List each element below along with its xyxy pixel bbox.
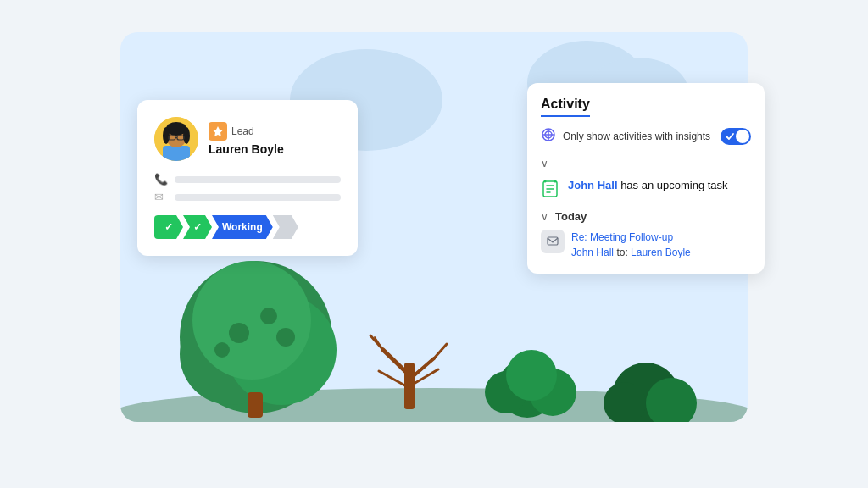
email-field-bar: [175, 194, 341, 201]
lead-info: Lead Lauren Boyle: [209, 122, 341, 156]
email-from-to: John Hall to: Lauren Boyle: [571, 245, 691, 260]
section-divider-1: ∨: [541, 158, 751, 169]
step-2: ✓: [183, 215, 212, 239]
task-activity-text: John Hall has an upcoming task: [568, 178, 728, 193]
avatar: [154, 117, 198, 161]
phone-field-bar: [175, 176, 341, 183]
email-to-label: to:: [616, 247, 631, 258]
main-scene: Lead Lauren Boyle 📞 ✉ ✓ ✓ Working Activi…: [86, 32, 782, 456]
email-type-icon: [541, 230, 565, 253]
svg-point-29: [163, 127, 170, 144]
lead-type-label: Lead: [231, 125, 254, 137]
lead-fields: 📞 ✉: [154, 173, 341, 203]
chevron-icon: ∨: [541, 158, 548, 169]
today-chevron-icon: ∨: [541, 211, 548, 223]
email-subject: Re: Meeting Follow-up: [571, 230, 691, 245]
step-4: [273, 215, 298, 239]
svg-rect-45: [548, 237, 558, 245]
lead-card-header: Lead Lauren Boyle: [154, 117, 341, 161]
task-description: has an upcoming task: [618, 179, 728, 191]
svg-point-21: [229, 323, 249, 343]
filter-label: Only show activities with insights: [563, 130, 714, 142]
svg-line-13: [434, 344, 447, 358]
svg-point-44: [554, 180, 557, 183]
task-activity-item: John Hall has an upcoming task: [541, 178, 751, 200]
svg-rect-5: [248, 392, 263, 418]
email-from-name: John Hall: [571, 247, 614, 258]
step-1: ✓: [154, 215, 183, 239]
progress-steps: ✓ ✓ Working: [154, 215, 341, 239]
today-label: Today: [555, 210, 587, 223]
today-header: ∨ Today: [541, 210, 751, 223]
svg-point-4: [192, 261, 311, 380]
step-3[interactable]: Working: [212, 215, 273, 239]
activity-filter: Only show activities with insights: [541, 127, 751, 146]
email-content: Re: Meeting Follow-up John Hall to: Laur…: [571, 230, 691, 260]
svg-point-22: [260, 308, 277, 324]
svg-point-23: [276, 328, 295, 347]
lead-name: Lauren Boyle: [209, 142, 341, 156]
svg-point-43: [544, 180, 547, 183]
lead-badge: Lead: [209, 122, 341, 141]
email-activity-item: Re: Meeting Follow-up John Hall to: Laur…: [541, 230, 751, 260]
email-to-name: Lauren Boyle: [631, 247, 691, 258]
svg-point-24: [214, 342, 230, 358]
svg-marker-34: [213, 126, 223, 136]
today-section: ∨ Today Re: Meeting Follow-up John Hall …: [541, 210, 751, 260]
svg-line-7: [383, 350, 409, 375]
svg-rect-26: [163, 146, 190, 161]
email-field-row: ✉: [154, 191, 341, 203]
divider-line: [555, 164, 751, 164]
phone-icon: 📞: [154, 173, 168, 186]
email-icon: ✉: [154, 191, 168, 203]
task-person-name: John Hall: [568, 179, 618, 191]
task-icon: [541, 180, 561, 200]
svg-point-30: [183, 127, 190, 144]
insights-toggle[interactable]: [721, 128, 751, 145]
svg-point-17: [506, 350, 557, 401]
phone-field-row: 📞: [154, 173, 341, 186]
insights-icon: [541, 127, 556, 146]
lead-card: Lead Lauren Boyle 📞 ✉ ✓ ✓ Working: [137, 100, 358, 256]
activity-panel: Activity Only show activities with insig…: [527, 83, 765, 274]
toggle-knob: [736, 130, 749, 143]
activity-title: Activity: [541, 97, 590, 117]
lead-type-icon: [209, 122, 227, 141]
